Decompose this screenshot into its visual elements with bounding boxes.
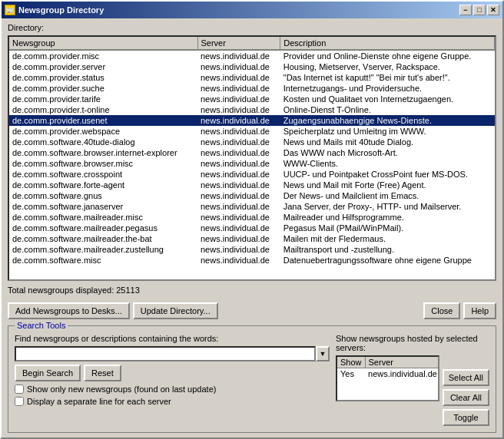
cell-server: news.individual.de: [197, 147, 280, 158]
newsgroup-table-container[interactable]: Newsgroup Server Description de.comm.pro…: [8, 35, 496, 281]
cell-server: news.individual.de: [197, 94, 280, 104]
cell-description: Mailtransport und -zustellung.: [280, 244, 495, 255]
cell-server: news.individual.de: [197, 72, 280, 83]
cell-newsgroup: de.comm.provider.misc: [9, 50, 197, 61]
table-row[interactable]: de.comm.provider.servernews.individual.d…: [9, 61, 495, 72]
cell-server: news.individual.de: [197, 255, 280, 266]
directory-label: Directory:: [8, 23, 496, 32]
server-table-container[interactable]: Show Server Yesnews.individual.de: [336, 355, 439, 401]
table-row[interactable]: de.comm.provider.miscnews.individual.deP…: [9, 50, 495, 61]
cell-newsgroup: de.comm.provider.suche: [9, 83, 197, 94]
cell-server: news.individual.de: [197, 104, 280, 115]
cell-newsgroup: de.comm.software.crosspoint: [9, 169, 197, 180]
col-server: Server: [197, 37, 280, 50]
col-show: Show: [337, 357, 365, 368]
cell-description: Mailen mit der Fledermaus.: [280, 233, 495, 244]
table-row[interactable]: de.comm.provider.statusnews.individual.d…: [9, 72, 495, 83]
close-button[interactable]: Close: [423, 302, 460, 319]
search-input[interactable]: [15, 346, 316, 361]
cell-newsgroup: de.comm.software.mailreader.the-bat: [9, 233, 197, 244]
table-row[interactable]: de.comm.provider.usenetnews.individual.d…: [9, 115, 495, 126]
table-row[interactable]: de.comm.software.gnusnews.individual.deD…: [9, 190, 495, 201]
cell-description: Das WWW nach Microsoft-Art.: [280, 147, 495, 158]
table-row[interactable]: de.comm.software.crosspointnews.individu…: [9, 169, 495, 180]
dropdown-button[interactable]: ▼: [316, 346, 330, 361]
titlebar-left: 📰 Newsgroup Directory: [5, 5, 104, 15]
cell-newsgroup: de.comm.software.forte-agent: [9, 180, 197, 190]
cell-server: news.individual.de: [197, 61, 280, 72]
search-tools-group: Search Tools Find newsgroups or descript…: [8, 325, 496, 433]
table-row[interactable]: de.comm.software.mailreader.the-batnews.…: [9, 233, 495, 244]
clear-all-button[interactable]: Clear All: [443, 389, 489, 406]
cell-server: news.individual.de: [197, 233, 280, 244]
table-row[interactable]: de.comm.software.browser.miscnews.indivi…: [9, 158, 495, 169]
find-label: Find newsgroups or descriptions containi…: [15, 334, 330, 343]
begin-search-button[interactable]: Begin Search: [15, 365, 81, 381]
main-window: 📰 Newsgroup Directory − □ ✕ Directory: N…: [0, 0, 504, 439]
cell-newsgroup: de.comm.software.browser.misc: [9, 158, 197, 169]
newsgroup-tbody: de.comm.provider.miscnews.individual.deP…: [9, 50, 495, 266]
cell-server: news.individual.de: [197, 126, 280, 137]
show-new-checkbox[interactable]: [15, 385, 24, 394]
cell-server: news.individual.de: [197, 244, 280, 255]
table-row[interactable]: de.comm.software.browser.internet-explor…: [9, 147, 495, 158]
cell-newsgroup: de.comm.software.mailreader.pegasus: [9, 223, 197, 233]
cell-description: UUCP- und Pointpaket CrossPoint fuer MS-…: [280, 169, 495, 180]
server-table: Show Server Yesnews.individual.de: [337, 357, 439, 379]
newsgroup-table: Newsgroup Server Description de.comm.pro…: [9, 37, 495, 266]
table-row[interactable]: de.comm.software.miscnews.individual.deD…: [9, 255, 495, 266]
search-left: Find newsgroups or descriptions containi…: [15, 334, 330, 426]
table-row[interactable]: de.comm.software.mailreader.zustellungne…: [9, 244, 495, 255]
table-row[interactable]: de.comm.software.forte-agentnews.individ…: [9, 180, 495, 190]
right-buttons: Select All Clear All Toggle: [443, 355, 489, 426]
table-row[interactable]: de.comm.software.janaservernews.individu…: [9, 201, 495, 212]
cell-server: news.individual.de: [197, 180, 280, 190]
table-row[interactable]: de.comm.software.mailreader.pegasusnews.…: [9, 223, 495, 233]
cell-description: "Das Internet ist kaputt!" "Bei mir tut'…: [280, 72, 495, 83]
table-row[interactable]: de.comm.provider.tarifenews.individual.d…: [9, 94, 495, 104]
cell-newsgroup: de.comm.software.janaserver: [9, 201, 197, 212]
search-tools-inner: Find newsgroups or descriptions containi…: [15, 334, 489, 426]
table-row[interactable]: de.comm.software.40tude-dialognews.indiv…: [9, 137, 495, 147]
titlebar: 📰 Newsgroup Directory − □ ✕: [2, 2, 502, 18]
cell-description: News und Mails mit 40tude Dialog.: [280, 137, 495, 147]
table-row[interactable]: de.comm.provider.suchenews.individual.de…: [9, 83, 495, 94]
cell-description: Housing, Mietserver, Vserver, Rackspace.: [280, 61, 495, 72]
cell-description: Zugaengsunabhaengige News-Dienste.: [280, 115, 495, 126]
help-button[interactable]: Help: [463, 302, 496, 319]
table-row[interactable]: de.comm.software.mailreader.miscnews.ind…: [9, 212, 495, 223]
cell-description: Pegasus Mail (PMail/WinPMail).: [280, 223, 495, 233]
cell-server: news.individual.de: [197, 201, 280, 212]
table-row[interactable]: de.comm.provider.webspacenews.individual…: [9, 126, 495, 137]
show-new-label: Show only new newsgroups (found on last …: [27, 385, 216, 394]
cell-newsgroup: de.comm.provider.webspace: [9, 126, 197, 137]
cell-description: Provider und Online-Dienste ohne eigene …: [280, 50, 495, 61]
add-newsgroups-button[interactable]: Add Newsgroups to Desks...: [8, 302, 130, 319]
select-all-button[interactable]: Select All: [443, 369, 489, 386]
search-tools-legend: Search Tools: [15, 321, 68, 330]
cell-newsgroup: de.comm.provider.tarife: [9, 94, 197, 104]
toggle-button[interactable]: Toggle: [443, 409, 489, 426]
reset-button[interactable]: Reset: [84, 365, 121, 381]
minimize-button[interactable]: −: [459, 5, 472, 15]
table-header-row: Newsgroup Server Description: [9, 37, 495, 50]
main-button-row: Add Newsgroups to Desks... Update Direct…: [8, 302, 496, 319]
total-label: Total newsgroups displayed: 25113: [8, 284, 496, 296]
cell-newsgroup: de.comm.software.mailreader.misc: [9, 212, 197, 223]
update-directory-button[interactable]: Update Directory...: [133, 302, 218, 319]
cell-description: Der News- und Mailclient im Emacs.: [280, 190, 495, 201]
close-titlebar-button[interactable]: ✕: [487, 5, 499, 15]
separate-line-checkbox[interactable]: [15, 397, 24, 406]
separate-line-checkbox-row: Display a separate line for each server: [15, 397, 330, 406]
cell-description: WWW-Clients.: [280, 158, 495, 169]
cell-description: Internetzugangs- und Providersuche.: [280, 83, 495, 94]
cell-server: news.individual.de: [197, 115, 280, 126]
cell-server: news.individual.de: [197, 190, 280, 201]
table-row[interactable]: de.comm.provider.t-onlinenews.individual…: [9, 104, 495, 115]
cell-newsgroup: de.comm.software.browser.internet-explor…: [9, 147, 197, 158]
cell-newsgroup: de.comm.software.misc: [9, 255, 197, 266]
server-row[interactable]: Yesnews.individual.de: [337, 368, 439, 380]
cell-server: news.individual.de: [197, 223, 280, 233]
maximize-button[interactable]: □: [473, 5, 486, 15]
window-icon: 📰: [5, 5, 15, 15]
